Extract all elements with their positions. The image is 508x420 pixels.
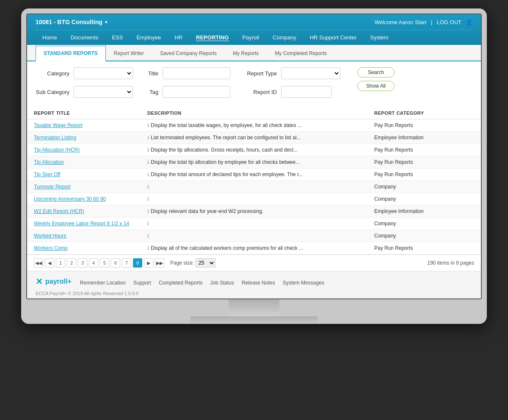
info-icon[interactable]: ℹ (147, 135, 149, 140)
nav-item-ess[interactable]: ESS (105, 30, 130, 45)
tab-report-writer[interactable]: Report Writer (106, 46, 152, 61)
app-header: 10081 - BTG Consulting ▼ Welcome Aaron S… (27, 14, 481, 45)
footer-links: Remember Location Support Completed Repo… (80, 280, 324, 286)
page-1-button[interactable]: 1 (56, 258, 65, 268)
footer-link-completed[interactable]: Completed Reports (159, 280, 202, 286)
category-label: Category (36, 70, 69, 77)
nav-item-payroll[interactable]: Payroll (235, 30, 266, 45)
welcome-text: Welcome Aaron Starr (375, 19, 427, 25)
nav-item-documents[interactable]: Documents (64, 30, 105, 45)
report-title-cell: Worked Hours (27, 230, 141, 242)
page-3-button[interactable]: 3 (78, 258, 87, 268)
nav-item-hr[interactable]: HR (168, 30, 189, 45)
report-title-link[interactable]: Upcoming Anniversary 30 60 90 (34, 196, 106, 202)
report-description-cell: ℹDisplay the total tip allocation by emp… (141, 156, 367, 169)
report-title-cell: Tip Allocation (27, 156, 141, 169)
report-title-cell: Upcoming Anniversary 30 60 90 (27, 193, 141, 205)
info-icon[interactable]: ℹ (147, 209, 149, 214)
company-name[interactable]: 10081 - BTG Consulting ▼ (36, 19, 108, 25)
last-page-button[interactable]: ▶▶ (155, 258, 164, 268)
report-description-cell: ℹDisplay the tip allocations. Gross rece… (141, 144, 367, 156)
report-title-link[interactable]: Termination Listing (34, 135, 76, 141)
info-icon[interactable]: ℹ (147, 221, 149, 226)
logout-button[interactable]: LOG OUT (436, 19, 461, 25)
page-2-button[interactable]: 2 (67, 258, 76, 268)
table-row: Worked HoursℹCompany (27, 230, 481, 242)
tab-saved-company-reports[interactable]: Saved Company Reports (152, 46, 225, 61)
report-title-link[interactable]: Worked Hours (34, 233, 66, 239)
nav-item-hr-support[interactable]: HR Support Center (303, 30, 364, 45)
report-type-select[interactable] (281, 67, 340, 79)
report-description-cell: ℹDisplay all of the calculated workers c… (141, 242, 367, 254)
tab-standard-reports[interactable]: STANDARD REPORTS (36, 46, 106, 61)
report-id-input[interactable] (281, 86, 332, 98)
monitor-stand (26, 299, 482, 324)
first-page-button[interactable]: ◀◀ (34, 258, 43, 268)
table-row: Tip Sign OffℹDisplay the total amount of… (27, 169, 481, 181)
report-title-link[interactable]: Tip Sign Off (34, 171, 61, 177)
nav-item-system[interactable]: System (363, 30, 395, 45)
tag-input[interactable] (163, 86, 230, 98)
page-8-button[interactable]: 8 (133, 258, 142, 268)
app-footer: ✕ payroll+ Remember Location Support Com… (27, 271, 481, 298)
report-title-link[interactable]: Tip Allocation (HCR) (34, 147, 80, 153)
report-description-cell: ℹ (141, 181, 367, 193)
page-size-label: Page size: (170, 260, 194, 266)
footer-link-release[interactable]: Release Notes (242, 280, 275, 286)
company-label: 10081 - BTG Consulting (36, 19, 102, 25)
tab-my-reports[interactable]: My Reports (225, 46, 267, 61)
next-page-button[interactable]: ▶ (144, 258, 153, 268)
user-icon[interactable]: 👤 (466, 19, 472, 25)
report-title-link[interactable]: Weekly Employee Labor Report 8 1/2 x 14 (34, 221, 129, 227)
info-icon[interactable]: ℹ (147, 160, 149, 165)
page-7-button[interactable]: 7 (122, 258, 131, 268)
info-icon[interactable]: ℹ (147, 246, 149, 251)
table-row: Termination ListingℹList terminated empl… (27, 132, 481, 144)
nav-item-home[interactable]: Home (36, 30, 64, 45)
nav-item-reporting[interactable]: REPORTING (189, 30, 235, 45)
filter-area: Category Sub Category Title (27, 61, 481, 107)
footer-link-remember[interactable]: Remember Location (80, 280, 126, 286)
table-row: Taxable Wage ReportℹDisplay the total ta… (27, 119, 481, 132)
info-icon[interactable]: ℹ (147, 184, 149, 189)
content-area: STANDARD REPORTS Report Writer Saved Com… (27, 45, 481, 271)
info-icon[interactable]: ℹ (147, 196, 149, 202)
info-icon[interactable]: ℹ (147, 123, 149, 128)
page-6-button[interactable]: 6 (111, 258, 120, 268)
footer-link-job-status[interactable]: Job Status (210, 280, 234, 286)
report-category-cell: Company (367, 218, 481, 230)
sub-category-select[interactable] (74, 86, 133, 98)
show-all-button[interactable]: Show All (357, 81, 395, 91)
monitor-neck (229, 299, 279, 316)
report-title-cell: Turnover Report (27, 181, 141, 193)
info-icon[interactable]: ℹ (147, 233, 149, 238)
page-4-button[interactable]: 4 (89, 258, 98, 268)
nav-item-company[interactable]: Company (266, 30, 303, 45)
title-input[interactable] (163, 67, 230, 79)
report-description-cell: ℹ (141, 230, 367, 242)
sub-category-label: Sub Category (36, 89, 69, 95)
info-icon[interactable]: ℹ (147, 147, 149, 152)
report-title-cell: Weekly Employee Labor Report 8 1/2 x 14 (27, 218, 141, 230)
header-right: Welcome Aaron Starr | LOG OUT 👤 (375, 19, 472, 25)
report-title-link[interactable]: Workers Comp (34, 245, 68, 251)
title-label: Title (146, 70, 158, 77)
info-icon[interactable]: ℹ (147, 172, 149, 177)
report-title-link[interactable]: W2 Edit Report (HCR) (34, 208, 84, 214)
footer-link-support[interactable]: Support (133, 280, 151, 286)
report-title-link[interactable]: Turnover Report (34, 184, 71, 190)
report-title-link[interactable]: Tip Allocation (34, 159, 64, 165)
page-size-select[interactable]: 25 50 100 (196, 258, 215, 268)
tab-my-completed-reports[interactable]: My Completed Reports (267, 46, 335, 61)
report-title-link[interactable]: Taxable Wage Report (34, 122, 83, 128)
report-category-cell: Pay Run Reports (367, 169, 481, 181)
nav-item-employee[interactable]: Employee (130, 30, 168, 45)
report-title-cell: W2 Edit Report (HCR) (27, 205, 141, 218)
footer-link-system[interactable]: System Messages (283, 280, 324, 286)
category-select[interactable] (74, 67, 133, 79)
page-5-button[interactable]: 5 (100, 258, 109, 268)
tabs-bar: STANDARD REPORTS Report Writer Saved Com… (27, 45, 481, 61)
search-button[interactable]: Search (357, 67, 395, 77)
prev-page-button[interactable]: ◀ (45, 258, 54, 268)
table-row: Turnover ReportℹCompany (27, 181, 481, 193)
